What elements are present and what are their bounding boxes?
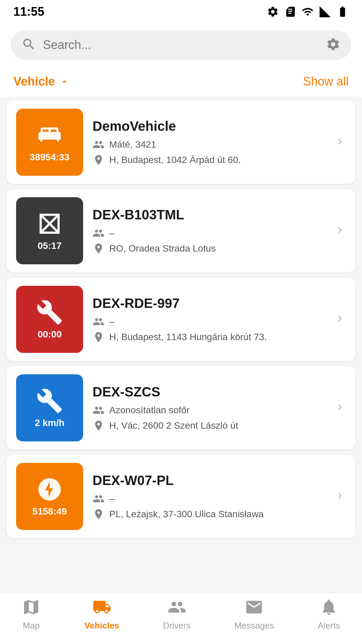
nav-item-vehicles[interactable]: Vehicles: [84, 598, 119, 631]
drivers-nav-label: Drivers: [163, 621, 190, 631]
vehicle-card[interactable]: 05:17 DEX-B103TML – RO, Oradea Strada Lo…: [7, 189, 355, 272]
vehicle-info: DemoVehicle Máté, 3421 H, Budapest, 1042…: [93, 119, 324, 166]
driver-row: –: [93, 493, 324, 505]
vehicle-thumb: 5158:49: [16, 463, 83, 530]
driver-icon: [93, 404, 105, 416]
nav-item-alerts[interactable]: Alerts: [318, 598, 340, 631]
sim-status-icon: [284, 6, 296, 18]
driver-name: Máté, 3421: [109, 139, 156, 150]
filter-label: Vehicle: [13, 74, 55, 89]
status-time: 11:55: [13, 5, 44, 19]
vehicle-location: H, Vác, 2600 2 Szent László út: [109, 420, 238, 431]
filter-bar: Vehicle Show all: [0, 68, 362, 97]
chevron-icon: [334, 136, 346, 149]
location-row: RO, Oradea Strada Lotus: [93, 243, 324, 255]
location-icon: [93, 331, 105, 343]
messages-nav-icon: [245, 598, 263, 618]
driver-icon: [93, 227, 105, 239]
map-nav-label: Map: [23, 621, 40, 631]
location-row: H, Budapest, 1042 Árpád út 60.: [93, 154, 324, 166]
sort-up-icon: [59, 76, 70, 87]
chevron-icon: [334, 313, 346, 326]
location-row: H, Vác, 2600 2 Szent László út: [93, 420, 324, 432]
vehicle-info: DEX-W07-PL – PL, Leżajsk, 37-300 Ulica S…: [93, 473, 324, 520]
vehicle-thumb-label: 38954:33: [30, 152, 69, 163]
location-row: H, Budapest, 1143 Hungária körút 73.: [93, 331, 324, 343]
driver-icon: [93, 493, 105, 505]
chevron-icon: [334, 490, 346, 503]
vehicle-location: H, Budapest, 1042 Árpád út 60.: [109, 155, 241, 165]
vehicles-nav-label: Vehicles: [84, 621, 119, 631]
alerts-nav-icon: [319, 598, 338, 618]
show-all-button[interactable]: Show all: [303, 74, 349, 89]
vehicle-info: DEX-RDE-997 – H, Budapest, 1143 Hungária…: [93, 296, 324, 343]
vehicle-thumb-label: 2 km/h: [35, 418, 65, 428]
driver-name: –: [109, 228, 115, 238]
vehicle-name: DEX-RDE-997: [93, 296, 324, 311]
vehicle-meta: Máté, 3421 H, Budapest, 1042 Árpád út 60…: [93, 139, 324, 166]
location-icon: [93, 154, 105, 166]
vehicle-location: H, Budapest, 1143 Hungária körút 73.: [109, 332, 267, 342]
map-nav-icon: [22, 598, 41, 618]
driver-row: Azonosítatlan sofőr: [93, 404, 324, 416]
alerts-nav-label: Alerts: [318, 621, 340, 631]
location-icon: [93, 420, 105, 432]
driver-row: –: [93, 316, 324, 328]
location-icon: [93, 508, 105, 520]
nav-item-drivers[interactable]: Drivers: [163, 598, 190, 631]
vehicle-thumb-label: 00:00: [38, 329, 62, 340]
vehicle-thumb: 05:17: [16, 197, 83, 264]
vehicle-card[interactable]: 00:00 DEX-RDE-997 – H, Budapest, 1143 Hu…: [7, 278, 355, 361]
search-bar[interactable]: [11, 30, 351, 60]
vehicle-thumb: 00:00: [16, 286, 83, 353]
messages-nav-label: Messages: [234, 621, 274, 631]
vehicle-meta: – RO, Oradea Strada Lotus: [93, 227, 324, 255]
driver-icon: [93, 139, 105, 151]
battery-status-icon: [337, 6, 349, 18]
driver-row: –: [93, 227, 324, 239]
vehicle-card[interactable]: 2 km/h DEX-SZCS Azonosítatlan sofőr H, V…: [7, 366, 355, 449]
vehicle-card[interactable]: 5158:49 DEX-W07-PL – PL, Leżajsk, 37-300…: [7, 455, 355, 538]
location-icon: [93, 243, 105, 255]
vehicle-thumb: 2 km/h: [16, 374, 83, 441]
vehicle-list: 38954:33 DemoVehicle Máté, 3421 H, Budap…: [0, 101, 362, 600]
driver-row: Máté, 3421: [93, 139, 324, 151]
vehicle-thumb-label: 5158:49: [33, 506, 67, 517]
vehicle-location: PL, Leżajsk, 37-300 Ulica Stanisława: [109, 509, 264, 520]
vehicles-nav-icon: [93, 598, 111, 618]
vehicle-info: DEX-B103TML – RO, Oradea Strada Lotus: [93, 207, 324, 255]
wifi-status-icon: [302, 6, 314, 18]
search-icon: [21, 37, 36, 53]
nav-item-messages[interactable]: Messages: [234, 598, 274, 631]
vehicle-meta: – H, Budapest, 1143 Hungária körút 73.: [93, 316, 324, 343]
status-icons: [267, 6, 349, 18]
vehicle-info: DEX-SZCS Azonosítatlan sofőr H, Vác, 260…: [93, 384, 324, 432]
location-row: PL, Leżajsk, 37-300 Ulica Stanisława: [93, 508, 324, 520]
search-bar-section: [0, 23, 362, 68]
driver-name: Azonosítatlan sofőr: [109, 405, 190, 416]
driver-name: –: [109, 493, 115, 504]
search-input[interactable]: [43, 38, 319, 52]
chevron-icon: [334, 401, 346, 415]
vehicle-name: DEX-W07-PL: [93, 473, 324, 488]
vehicle-card[interactable]: 38954:33 DemoVehicle Máté, 3421 H, Budap…: [7, 101, 355, 184]
drivers-nav-icon: [168, 598, 186, 618]
vehicle-name: DEX-B103TML: [93, 207, 324, 222]
chevron-icon: [334, 224, 346, 237]
filter-vehicle-button[interactable]: Vehicle: [13, 74, 70, 89]
bottom-nav: Map Vehicles Drivers Messages Alerts: [0, 592, 362, 644]
nav-item-map[interactable]: Map: [22, 598, 41, 631]
settings-status-icon: [267, 6, 279, 18]
vehicle-thumb: 38954:33: [16, 109, 83, 176]
vehicle-location: RO, Oradea Strada Lotus: [109, 243, 216, 254]
gear-icon[interactable]: [326, 37, 341, 53]
vehicle-meta: – PL, Leżajsk, 37-300 Ulica Stanisława: [93, 493, 324, 520]
status-bar: 11:55: [0, 0, 362, 23]
signal-status-icon: [319, 6, 331, 18]
vehicle-thumb-label: 05:17: [38, 240, 62, 251]
driver-name: –: [109, 316, 115, 327]
vehicle-name: DEX-SZCS: [93, 384, 324, 399]
driver-icon: [93, 316, 105, 328]
vehicle-meta: Azonosítatlan sofőr H, Vác, 2600 2 Szent…: [93, 404, 324, 432]
vehicle-name: DemoVehicle: [93, 119, 324, 134]
